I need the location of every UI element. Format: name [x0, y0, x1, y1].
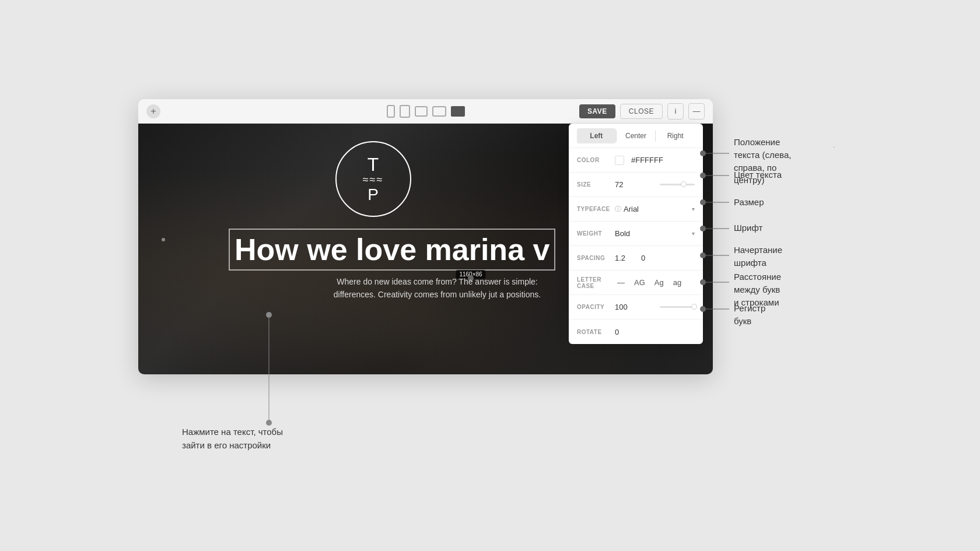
- letter-case-options: — AG Ag ag: [615, 277, 695, 288]
- text-selected-box[interactable]: How we love marina v 1160×86: [229, 229, 555, 271]
- weight-row: WEIGHT Bold ▾: [569, 222, 703, 246]
- weight-chevron-icon: ▾: [692, 230, 695, 237]
- headline-text[interactable]: How we love marina v: [235, 232, 550, 267]
- letter-case-row: LETTER CASE — AG Ag ag: [569, 271, 703, 295]
- weight-select[interactable]: Bold: [615, 229, 692, 238]
- typeface-row: TYPEFACE ⓘ Arial ▾: [569, 197, 703, 222]
- letter-spacing-input[interactable]: [641, 254, 662, 262]
- add-button[interactable]: +: [146, 104, 160, 118]
- rotate-input[interactable]: [615, 328, 695, 336]
- plus-icon: +: [150, 106, 156, 117]
- info-button[interactable]: i: [667, 103, 684, 120]
- logo-bottom-letter: P: [368, 187, 379, 203]
- annotation-size-text: Размер: [734, 197, 764, 207]
- info-icon: i: [675, 107, 677, 115]
- device-desktop-small-icon[interactable]: [432, 106, 446, 117]
- typeface-chevron-icon: ▾: [692, 206, 695, 212]
- annotation-font-text: Шрифт: [734, 223, 762, 233]
- spacing-row: SPACING: [569, 246, 703, 271]
- device-tablet-landscape-icon[interactable]: [415, 106, 428, 117]
- rotate-row: ROTATE: [569, 320, 703, 344]
- opacity-input[interactable]: [615, 303, 660, 311]
- device-icons: [387, 105, 465, 118]
- size-slider-thumb[interactable]: [681, 181, 687, 187]
- toolbar-right: SAVE CLOSE i —: [579, 103, 705, 120]
- size-row: SIZE: [569, 173, 703, 197]
- letter-case-label: LETTER CASE: [577, 276, 615, 289]
- save-button[interactable]: SAVE: [579, 104, 615, 118]
- annotation-color-text: Цвет текста: [734, 170, 782, 180]
- line-spacing-input[interactable]: [615, 254, 635, 262]
- more-button[interactable]: —: [688, 103, 705, 120]
- color-value[interactable]: #FFFFFF: [628, 153, 695, 167]
- letter-case-title-button[interactable]: Ag: [652, 277, 666, 288]
- element-dot: [162, 238, 165, 241]
- logo-circle: T ≈≈≈ P: [335, 141, 411, 217]
- rotate-label: ROTATE: [577, 329, 615, 335]
- annotation-lettercase-text: Регистр букв: [734, 302, 765, 328]
- spacing-inputs: [615, 254, 695, 262]
- letter-case-none-button[interactable]: —: [615, 277, 627, 288]
- opacity-row: OPACITY: [569, 295, 703, 320]
- annotation-weight-text: Начертание шрифта: [734, 244, 782, 269]
- device-desktop-icon[interactable]: [451, 106, 465, 117]
- color-swatch[interactable]: [615, 156, 624, 165]
- spacing-label: SPACING: [577, 255, 615, 261]
- svg-point-16: [266, 420, 272, 426]
- letter-case-lower-button[interactable]: ag: [671, 277, 684, 288]
- opacity-slider[interactable]: [660, 306, 695, 308]
- align-right-button[interactable]: Right: [656, 128, 695, 143]
- close-button[interactable]: CLOSE: [620, 104, 663, 119]
- typeface-info-icon: ⓘ: [615, 205, 621, 213]
- bottom-hint-text: Нажмите на текст, чтобы зайти в его наст…: [182, 426, 283, 452]
- size-input[interactable]: [615, 180, 660, 189]
- typeface-select[interactable]: Arial: [624, 205, 692, 213]
- align-center-button[interactable]: Center: [617, 128, 656, 143]
- letter-case-upper-button[interactable]: AG: [632, 277, 648, 288]
- size-label: SIZE: [577, 181, 615, 188]
- align-row: Left Center Right: [569, 124, 703, 148]
- bottom-annotation: Нажмите на текст, чтобы зайти в его наст…: [182, 426, 283, 452]
- color-row: COLOR #FFFFFF: [569, 148, 703, 173]
- size-slider[interactable]: [660, 184, 695, 185]
- browser-toolbar: + SAVE CLOSE i —: [138, 99, 713, 124]
- align-left-button[interactable]: Left: [577, 128, 616, 143]
- logo-waves: ≈≈≈: [363, 174, 384, 187]
- color-label: COLOR: [577, 157, 615, 163]
- typeface-label: TYPEFACE: [577, 206, 615, 212]
- more-icon: —: [693, 107, 701, 115]
- device-mobile-icon[interactable]: [387, 105, 395, 118]
- logo-top-letter: T: [368, 155, 379, 174]
- opacity-label: OPACITY: [577, 304, 615, 310]
- device-tablet-portrait-icon[interactable]: [400, 105, 410, 118]
- text-settings-panel: Left Center Right COLOR #FFFFFF SIZE TYP…: [569, 124, 703, 344]
- annotation-text-position: [834, 145, 834, 148]
- opacity-slider-thumb[interactable]: [691, 304, 697, 310]
- weight-label: WEIGHT: [577, 230, 615, 237]
- size-badge: 1160×86: [456, 270, 485, 271]
